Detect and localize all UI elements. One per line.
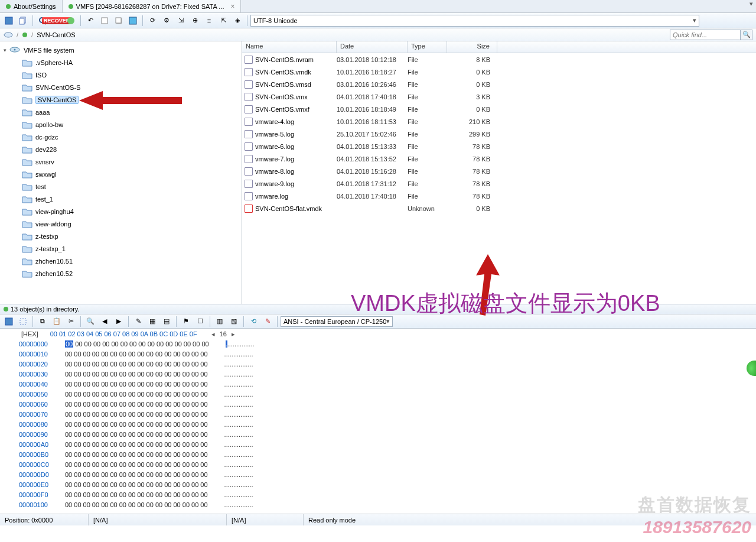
tree-item[interactable]: z-testxp_1 [4, 242, 242, 255]
folder-icon [21, 244, 33, 254]
tag-icon[interactable]: ◈ [231, 14, 244, 27]
file-row[interactable]: SVN-CentOS.vmdk10.01.2016 18:18:27File0 … [242, 66, 756, 78]
hex2-icon[interactable]: ▧ [227, 315, 240, 328]
copy-icon[interactable] [17, 14, 30, 27]
folder-icon [21, 257, 33, 266]
tree-root-node[interactable]: ▾ VMFS file system [4, 44, 242, 56]
tree-item[interactable]: view-pinghu4 [4, 205, 242, 218]
file-row[interactable]: vmware-4.log10.01.2016 18:11:53File210 K… [242, 115, 756, 128]
select-icon[interactable] [17, 315, 30, 328]
file-row[interactable]: SVN-CentOS-flat.vmdkUnknown0 KB [242, 202, 756, 215]
export-icon[interactable]: ⇱ [217, 14, 230, 27]
copy-icon[interactable]: ⧉ [36, 315, 49, 328]
tree-item[interactable]: .vSphere-HA [4, 56, 242, 69]
shadow-icon[interactable] [112, 14, 125, 27]
quick-find-input[interactable] [670, 30, 741, 40]
reload-icon[interactable]: ⟲ [247, 315, 260, 328]
col-type[interactable]: Type [408, 41, 447, 53]
tree-item[interactable]: test_1 [4, 193, 242, 205]
tree-item[interactable]: dev228 [4, 143, 242, 155]
tree-item[interactable]: z-testxp [4, 230, 242, 242]
status-dot-icon [6, 4, 11, 9]
col-size[interactable]: Size [447, 41, 497, 53]
tree-item[interactable]: view-wldong [4, 218, 242, 230]
search-icon[interactable]: 🔍 [84, 315, 97, 328]
tree-item-label: view-pinghu4 [35, 208, 74, 215]
flag-icon[interactable]: ⚑ [180, 315, 193, 328]
file-icon [245, 192, 253, 200]
tool2-icon[interactable]: ⊕ [188, 14, 201, 27]
disk-icon[interactable] [4, 31, 13, 39]
tree-item[interactable]: ISO [4, 69, 242, 81]
hex-view[interactable]: 0000000000 00 00 00 00 00 00 00 00 00 00… [0, 339, 756, 510]
tree-item[interactable]: aaaa [4, 106, 242, 118]
encoding-select[interactable]: UTF-8 Unicode ▾ [250, 15, 699, 27]
file-row[interactable]: SVN-CentOS.vmx04.01.2018 17:40:18File3 K… [242, 90, 756, 103]
file-row[interactable]: vmware-5.log25.10.2017 15:02:46File299 K… [242, 128, 756, 140]
collapse-icon[interactable]: ▾ [4, 47, 9, 53]
file-row[interactable]: SVN-CentOS.vmxf10.01.2016 18:18:49File0 … [242, 103, 756, 115]
na2-cell: [N/A] [227, 514, 304, 525]
na1-cell: [N/A] [89, 514, 227, 525]
edit-icon[interactable]: ✎ [132, 315, 145, 328]
tab-dropdown-icon[interactable]: ▾ [747, 0, 756, 12]
undo-icon[interactable]: ↶ [84, 14, 97, 27]
mark-icon[interactable]: ☐ [194, 315, 207, 328]
tree-item[interactable]: swxwgl [4, 168, 242, 180]
cut-icon[interactable]: ✂ [64, 315, 77, 328]
hex-line: 0000009000 00 00 00 00 00 00 00 00 00 00… [19, 430, 756, 440]
file-type: Unknown [408, 205, 447, 212]
layout-icon[interactable] [126, 14, 139, 27]
save-icon[interactable] [2, 315, 15, 328]
list-icon[interactable]: ≡ [203, 14, 216, 27]
tab-vmfs[interactable]: VMFS [2048-6816268287 on Drive7: Fixed S… [63, 0, 242, 12]
folder-icon [21, 58, 33, 67]
tree-item[interactable]: SVN-CentOS-S [4, 81, 242, 93]
prev-width-icon[interactable]: ◂ [211, 330, 215, 338]
file-row[interactable]: SVN-CentOS.nvram03.01.2018 10:12:18File8… [242, 53, 756, 66]
col-date[interactable]: Date [337, 41, 408, 53]
file-row[interactable]: vmware-7.log04.01.2018 15:13:52File78 KB [242, 152, 756, 165]
recover-button[interactable]: RECOVER [50, 14, 63, 27]
file-row[interactable]: vmware.log04.01.2018 17:40:18File78 KB [242, 190, 756, 202]
hex-encoding-select[interactable]: ANSI - Central European / CP-1250 ▾ [281, 316, 393, 327]
separator: / [31, 31, 33, 38]
file-name: vmware-4.log [255, 118, 294, 125]
block-icon[interactable]: ▦ [146, 315, 159, 328]
close-icon[interactable]: × [230, 2, 234, 11]
tab-bar: About/Settings VMFS [2048-6816268287 on … [0, 0, 756, 13]
tool-icon[interactable]: ⇲ [174, 14, 187, 27]
forward-icon[interactable]: ▶ [112, 315, 125, 328]
file-row[interactable]: vmware-8.log04.01.2018 15:16:28File78 KB [242, 165, 756, 177]
tree-item[interactable]: zhchen10.51 [4, 255, 242, 267]
tree-item[interactable]: SVN-CentOS [4, 93, 242, 106]
pencil-icon[interactable]: ✎ [261, 315, 274, 328]
breadcrumb-current[interactable]: SVN-CentOS [37, 31, 75, 38]
hex-toolbar: ⧉ 📋 ✂ 🔍 ◀ ▶ ✎ ▦ ▤ ⚑ ☐ ▥ ▧ ⟲ ✎ ANSI - Cen… [0, 314, 756, 329]
hex-icon[interactable]: ▥ [213, 315, 226, 328]
tree-item[interactable]: zhchen10.52 [4, 267, 242, 280]
file-row[interactable]: vmware-9.log04.01.2018 17:31:12File78 KB [242, 177, 756, 190]
back-icon[interactable]: ◀ [98, 315, 111, 328]
col-name[interactable]: Name [242, 41, 337, 53]
tree-item[interactable]: apollo-bw [4, 118, 242, 131]
status-dot-icon [69, 4, 73, 9]
tree-item[interactable]: svnsrv [4, 155, 242, 168]
file-row[interactable]: vmware-6.log04.01.2018 15:13:33File78 KB [242, 140, 756, 152]
action-icon[interactable] [64, 14, 77, 27]
tree-item[interactable]: dc-gdzc [4, 131, 242, 143]
block2-icon[interactable]: ▤ [160, 315, 173, 328]
file-row[interactable]: SVN-CentOS.vmsd03.01.2016 10:26:46File0 … [242, 78, 756, 90]
save-icon[interactable] [2, 14, 15, 27]
search-button[interactable]: 🔍 [741, 30, 752, 40]
svg-point-11 [22, 33, 27, 37]
position-cell: Position: 0x0000 [0, 514, 89, 525]
file-size: 78 KB [447, 193, 497, 200]
paste-icon[interactable]: 📋 [50, 315, 63, 328]
gear-icon[interactable]: ⚙ [160, 14, 173, 27]
tree-item[interactable]: test [4, 180, 242, 193]
refresh-icon[interactable]: ⟳ [146, 14, 159, 27]
next-width-icon[interactable]: ▸ [232, 330, 235, 338]
tab-about-settings[interactable]: About/Settings [0, 0, 63, 12]
window-icon[interactable] [98, 14, 111, 27]
